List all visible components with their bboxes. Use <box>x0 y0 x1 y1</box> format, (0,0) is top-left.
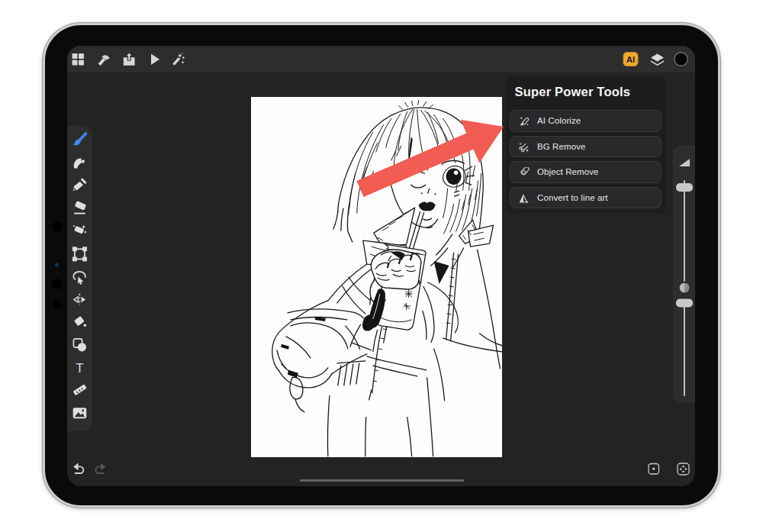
svg-text:AI: AI <box>626 55 636 64</box>
svg-text:T: T <box>76 361 83 376</box>
